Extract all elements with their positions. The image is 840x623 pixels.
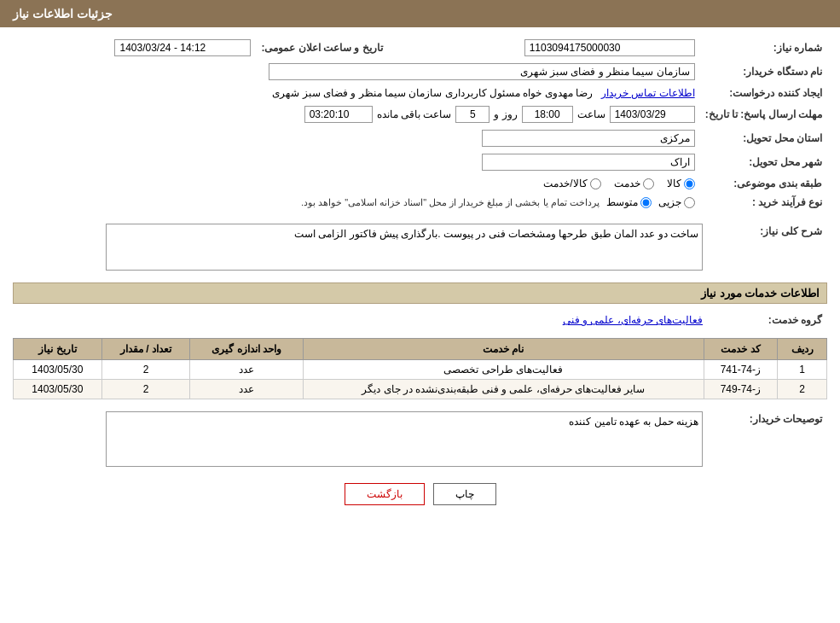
buyer-org-label: نام دستگاه خریدار:: [700, 60, 827, 84]
buyer-desc-label: توصیحات خریدار:: [708, 408, 827, 470]
category-label-khedmat: خدمت: [614, 178, 640, 189]
creator-value: رضا مهدوی خواه مسئول کاربرداری سازمان سی…: [272, 87, 593, 99]
need-number-row: شماره نیاز: 1103094175000030 تاریخ و ساع…: [13, 36, 827, 60]
category-option-kala[interactable]: کالا: [667, 178, 695, 189]
deadline-remaining: 03:20:10: [304, 106, 373, 123]
city-label: شهر محل تحویل:: [700, 150, 827, 174]
main-info-table: شماره نیاز: 1103094175000030 تاریخ و ساع…: [13, 36, 827, 212]
col-header-code: کد خدمت: [704, 339, 778, 360]
deadline-value-cell: 1403/03/29 ساعت 18:00 روز و 5 ساعت باقی …: [13, 102, 700, 126]
category-radio-kala[interactable]: [684, 178, 695, 189]
col-header-name: نام خدمت: [304, 339, 704, 360]
deadline-days: 5: [455, 106, 490, 123]
purchase-type-radio-motavasset[interactable]: [640, 197, 652, 208]
creator-value-cell: اطلاعات تماس خریدار رضا مهدوی خواه مسئول…: [13, 84, 700, 102]
purchase-type-label: نوع فرآیند خرید :: [700, 193, 827, 212]
province-row: استان محل تحویل: مرکزی: [13, 126, 827, 150]
category-row: طبقه بندی موضوعی: کالا خدمت: [13, 174, 827, 193]
need-number-label: شماره نیاز:: [700, 36, 827, 60]
purchase-type-label-jozii: جزیی: [658, 196, 681, 208]
table-row: 1 ز-74-741 فعالیت‌های طراحی تخصصی عدد 2 …: [14, 360, 827, 380]
province-value-cell: مرکزی: [13, 126, 700, 150]
province-label: استان محل تحویل:: [700, 126, 827, 150]
category-option-khedmat[interactable]: خدمت: [614, 178, 654, 189]
cell-code: ز-74-749: [704, 380, 778, 399]
purchase-type-motavasset[interactable]: متوسط: [606, 196, 652, 208]
city-row: شهر محل تحویل: اراک: [13, 150, 827, 174]
deadline-time: 18:00: [522, 106, 573, 123]
service-group-value-cell: فعالیت‌های حرفه‌ای، علمی و فنی: [13, 311, 708, 329]
category-option-kala-khedmat[interactable]: کالا/خدمت: [543, 178, 600, 189]
col-header-row: ردیف: [778, 339, 827, 360]
category-label-kala: کالا: [667, 178, 681, 189]
buyer-org-row: نام دستگاه خریدار: سازمان سیما منظر و فض…: [13, 60, 827, 84]
main-content: شماره نیاز: 1103094175000030 تاریخ و ساع…: [0, 27, 840, 531]
deadline-row: مهلت ارسال پاسخ: تا تاریخ: 1403/03/29 سا…: [13, 102, 827, 126]
creator-label: ایجاد کننده درخواست:: [700, 84, 827, 102]
back-button[interactable]: بازگشت: [345, 483, 425, 505]
category-radio-group: کالا خدمت کالا/خدمت: [18, 178, 695, 189]
need-number-value: 1103094175000030: [524, 39, 695, 56]
buyer-desc-table: توصیحات خریدار: هزینه حمل به عهده تامین …: [13, 408, 827, 470]
purchase-type-row: نوع فرآیند خرید : جزیی متوسط پرداخت تمام…: [13, 193, 827, 212]
city-value-cell: اراک: [13, 150, 700, 174]
category-radio-kala-khedmat[interactable]: [590, 178, 601, 189]
purchase-type-jozii[interactable]: جزیی: [658, 196, 695, 208]
need-number-value-cell: 1103094175000030: [400, 36, 700, 60]
services-data-table: ردیف کد خدمت نام خدمت واحد اندازه گیری ت…: [13, 338, 827, 399]
category-label-kala-khedmat: کالا/خدمت: [543, 178, 587, 189]
description-value-cell: ساخت دو عدد المان طبق طرحها ومشخصات فنی …: [13, 220, 708, 274]
cell-row: 2: [778, 380, 827, 399]
cell-name: سایر فعالیت‌های حرفه‌ای، علمی و فنی طبقه…: [304, 380, 704, 399]
page-header: جزئیات اطلاعات نیاز: [0, 0, 840, 27]
cell-quantity: 2: [101, 380, 190, 399]
deadline-label: مهلت ارسال پاسخ: تا تاریخ:: [700, 102, 827, 126]
deadline-day-label: روز و: [494, 108, 517, 120]
buyer-desc-value-cell: هزینه حمل به عهده تامین کننده: [13, 408, 708, 470]
creator-row: ایجاد کننده درخواست: اطلاعات تماس خریدار…: [13, 84, 827, 102]
services-header-row: ردیف کد خدمت نام خدمت واحد اندازه گیری ت…: [14, 339, 827, 360]
cell-row: 1: [778, 360, 827, 380]
cell-code: ز-74-741: [704, 360, 778, 380]
announce-time-value-cell: 1403/03/24 - 14:12: [13, 36, 256, 60]
creator-contact-link[interactable]: اطلاعات تماس خریدار: [601, 87, 695, 99]
buyer-org-value-cell: سازمان سیما منظر و فضای سبز شهری: [13, 60, 700, 84]
cell-unit: عدد: [190, 380, 304, 399]
announce-time-label: تاریخ و ساعت اعلان عمومی:: [256, 36, 399, 60]
purchase-type-value-cell: جزیی متوسط پرداخت تمام یا بخشی از مبلغ خ…: [13, 193, 700, 212]
table-row: 2 ز-74-749 سایر فعالیت‌های حرفه‌ای، علمی…: [14, 380, 827, 399]
cell-unit: عدد: [190, 360, 304, 380]
buyer-desc-row: توصیحات خریدار: هزینه حمل به عهده تامین …: [13, 408, 827, 470]
purchase-type-label-motavasset: متوسط: [606, 196, 638, 208]
service-group-table: گروه خدمت: فعالیت‌های حرفه‌ای، علمی و فن…: [13, 311, 827, 329]
services-section-title: اطلاعات خدمات مورد نیاز: [13, 282, 827, 304]
page-wrapper: جزئیات اطلاعات نیاز شماره نیاز: 11030941…: [0, 0, 840, 623]
buyer-desc-textarea[interactable]: هزینه حمل به عهده تامین کننده: [106, 411, 703, 467]
category-radio-khedmat[interactable]: [643, 178, 654, 189]
description-label: شرح کلی نیاز:: [708, 220, 827, 274]
col-header-date: تاریخ نیاز: [14, 339, 102, 360]
service-group-value[interactable]: فعالیت‌های حرفه‌ای، علمی و فنی: [563, 314, 703, 326]
page-title: جزئیات اطلاعات نیاز: [13, 7, 113, 20]
description-row: شرح کلی نیاز: ساخت دو عدد المان طبق طرحه…: [13, 220, 827, 274]
category-label: طبقه بندی موضوعی:: [700, 174, 827, 193]
description-table: شرح کلی نیاز: ساخت دو عدد المان طبق طرحه…: [13, 220, 827, 274]
deadline-date: 1403/03/29: [610, 106, 695, 123]
deadline-time-label: ساعت: [577, 108, 605, 120]
cell-quantity: 2: [101, 360, 190, 380]
deadline-row-flex: 1403/03/29 ساعت 18:00 روز و 5 ساعت باقی …: [18, 106, 695, 123]
category-value-cell: کالا خدمت کالا/خدمت: [13, 174, 700, 193]
cell-name: فعالیت‌های طراحی تخصصی: [304, 360, 704, 380]
purchase-type-radio-jozii[interactable]: [684, 197, 695, 208]
col-header-qty: تعداد / مقدار: [101, 339, 190, 360]
cell-date: 1403/05/30: [14, 380, 102, 399]
print-button[interactable]: چاپ: [433, 483, 496, 505]
purchase-type-note: پرداخت تمام یا بخشی از مبلغ خریدار از مح…: [301, 197, 600, 208]
cell-date: 1403/05/30: [14, 360, 102, 380]
buyer-org-value: سازمان سیما منظر و فضای سبز شهری: [269, 63, 695, 80]
service-group-label: گروه خدمت:: [708, 311, 827, 329]
description-textarea[interactable]: ساخت دو عدد المان طبق طرحها ومشخصات فنی …: [106, 224, 703, 271]
bottom-buttons: چاپ بازگشت: [13, 483, 827, 522]
announce-time-value: 1403/03/24 - 14:12: [114, 39, 251, 56]
province-value: مرکزی: [482, 130, 695, 147]
